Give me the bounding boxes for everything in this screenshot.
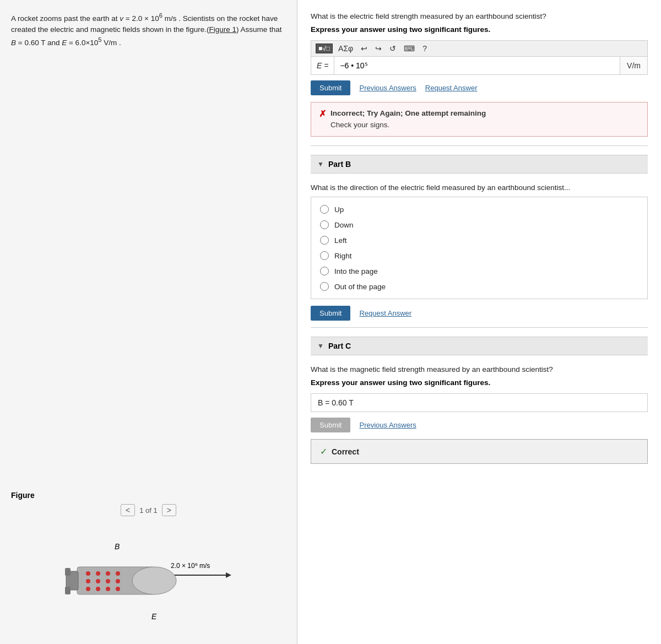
part-c-label: Part C <box>328 342 351 350</box>
part-c-answer-display: B = 0.60 T <box>311 393 648 412</box>
part-a-btn-row: Submit Previous Answers Request Answer <box>311 80 648 95</box>
part-c-submit-btn[interactable]: Submit <box>311 418 350 432</box>
rocket-illustration: B E 2.0 × 10⁶ m/s <box>11 523 286 633</box>
part-c-header[interactable]: ▼ Part C <box>311 337 648 355</box>
option-out-row: Out of the page <box>320 282 638 291</box>
refresh-btn[interactable]: ↺ <box>387 43 398 54</box>
svg-point-12 <box>106 571 110 576</box>
part-a-submit-btn[interactable]: Submit <box>311 80 350 95</box>
svg-point-13 <box>116 571 120 576</box>
part-a-instruction: Express your answer using two significan… <box>311 25 648 34</box>
answer-label: E = <box>311 57 334 74</box>
undo-btn[interactable]: ↩ <box>359 43 370 54</box>
svg-text:E: E <box>151 612 157 621</box>
figure-area: Figure < 1 of 1 > B E 2.0 × 10⁶ m/s <box>0 485 297 644</box>
part-c-chevron: ▼ <box>317 342 324 350</box>
svg-marker-4 <box>226 572 231 578</box>
option-down-radio[interactable] <box>320 220 329 229</box>
redo-btn[interactable]: ↪ <box>373 43 384 54</box>
separator-ab <box>311 145 648 146</box>
part-b-question: What is the direction of the electric fi… <box>311 182 648 193</box>
figure-label: Figure <box>11 491 286 500</box>
part-c-instruction: Express your answer using two significan… <box>311 378 648 387</box>
option-out-radio[interactable] <box>320 282 329 291</box>
part-b-options-box: Up Down Left Right Into the page Out of … <box>311 197 648 299</box>
part-b-label: Part B <box>328 160 351 169</box>
option-up-label: Up <box>334 205 344 214</box>
part-a-answer-input[interactable] <box>334 57 620 74</box>
option-right-label: Right <box>334 252 352 260</box>
option-into-row: Into the page <box>320 267 638 275</box>
option-into-label: Into the page <box>334 267 378 275</box>
option-left-radio[interactable] <box>320 236 329 245</box>
part-b-btn-row: Submit Request Answer <box>311 306 648 321</box>
svg-point-10 <box>86 571 90 576</box>
part-c-question: What is the magnetic field strength meas… <box>311 364 648 375</box>
answer-toolbar: ■√□ ΑΣφ ↩ ↪ ↺ ⌨ ? <box>311 40 648 56</box>
part-c-previous-answers-btn[interactable]: Previous Answers <box>359 421 416 429</box>
svg-point-18 <box>86 587 90 591</box>
option-into-radio[interactable] <box>320 267 329 275</box>
figure-next-btn[interactable]: > <box>162 504 176 516</box>
part-a-previous-answers-btn[interactable]: Previous Answers <box>359 84 416 92</box>
correct-box: ✓ Correct <box>311 439 648 464</box>
option-out-label: Out of the page <box>334 283 386 291</box>
svg-text:B: B <box>115 542 120 551</box>
option-right-radio[interactable] <box>320 251 329 260</box>
error-icon: ✗ <box>319 109 326 119</box>
left-panel: A rocket zooms past the earth at v = 2.0… <box>0 0 297 644</box>
option-up-radio[interactable] <box>320 205 329 214</box>
svg-point-21 <box>116 587 120 591</box>
part-b-submit-btn[interactable]: Submit <box>311 306 350 321</box>
svg-rect-8 <box>65 568 71 576</box>
option-up-row: Up <box>320 205 638 214</box>
figure-prev-btn[interactable]: < <box>121 504 135 516</box>
option-left-row: Left <box>320 236 638 245</box>
correct-text: Correct <box>332 447 359 456</box>
symbol-btn[interactable]: ΑΣφ <box>336 43 355 54</box>
matrix-icon: ■√□ <box>316 44 333 53</box>
svg-rect-9 <box>65 587 71 594</box>
svg-point-17 <box>116 579 120 583</box>
part-a-error-box: ✗ Incorrect; Try Again; One attempt rema… <box>311 102 648 137</box>
separator-bc <box>311 327 648 328</box>
error-text: Incorrect; Try Again; One attempt remain… <box>330 108 486 131</box>
part-b-chevron: ▼ <box>317 160 324 168</box>
option-down-label: Down <box>334 221 354 229</box>
part-a-question: What is the electric field strength meas… <box>311 11 648 22</box>
svg-point-20 <box>106 587 110 591</box>
svg-point-11 <box>96 571 100 576</box>
svg-point-16 <box>106 579 110 583</box>
option-left-label: Left <box>334 236 347 245</box>
part-b-request-answer-btn[interactable]: Request Answer <box>359 309 411 317</box>
svg-point-6 <box>132 567 176 594</box>
answer-unit: V/m <box>620 57 647 74</box>
option-right-row: Right <box>320 251 638 260</box>
keyboard-btn[interactable]: ⌨ <box>402 43 417 54</box>
checkmark-icon: ✓ <box>320 446 327 457</box>
part-a-request-answer-btn[interactable]: Request Answer <box>425 84 478 92</box>
help-btn[interactable]: ? <box>420 43 429 54</box>
part-a-answer-row: E = V/m <box>311 56 648 75</box>
problem-text: A rocket zooms past the earth at v = 2.0… <box>11 11 286 48</box>
option-down-row: Down <box>320 220 638 229</box>
svg-point-14 <box>86 579 90 583</box>
figure-nav: < 1 of 1 > <box>11 504 286 516</box>
svg-point-19 <box>96 587 100 591</box>
svg-point-15 <box>96 579 100 583</box>
svg-text:2.0 × 10⁶ m/s: 2.0 × 10⁶ m/s <box>171 562 210 570</box>
part-c-btn-row: Submit Previous Answers <box>311 418 648 432</box>
right-panel: What is the electric field strength meas… <box>297 0 661 644</box>
part-b-header[interactable]: ▼ Part B <box>311 155 648 174</box>
figure-nav-text: 1 of 1 <box>139 506 158 515</box>
